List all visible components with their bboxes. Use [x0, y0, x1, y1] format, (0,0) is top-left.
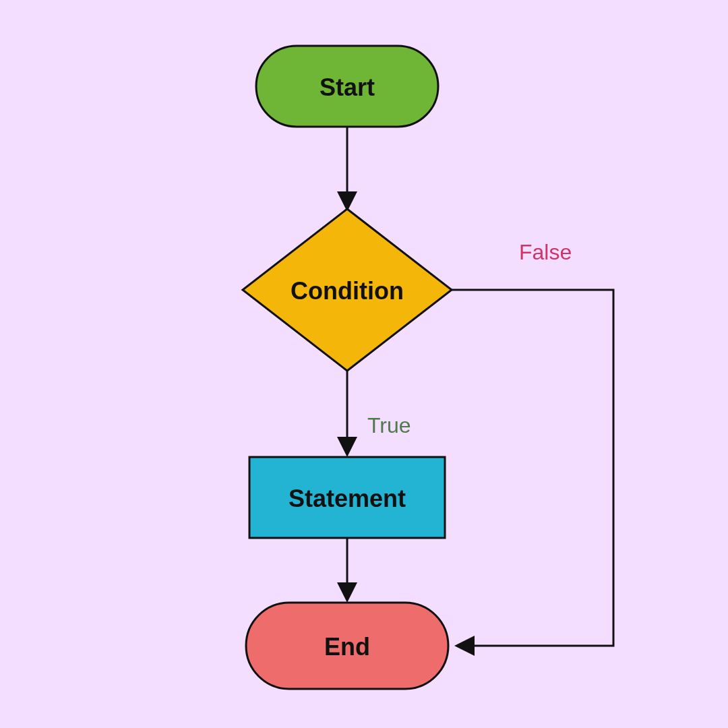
start-label: Start	[320, 73, 375, 101]
false-label: False	[519, 240, 572, 264]
true-label: True	[367, 413, 411, 437]
condition-node: Condition	[243, 209, 452, 371]
end-label: End	[324, 633, 370, 661]
start-node: Start	[256, 46, 438, 127]
arrow-condition-to-end-false	[452, 290, 613, 646]
statement-node: Statement	[249, 457, 445, 538]
end-node: End	[246, 603, 448, 689]
flowchart-diagram: Start Condition True Statement End False	[0, 0, 728, 728]
condition-label: Condition	[291, 277, 404, 305]
statement-label: Statement	[289, 485, 406, 512]
